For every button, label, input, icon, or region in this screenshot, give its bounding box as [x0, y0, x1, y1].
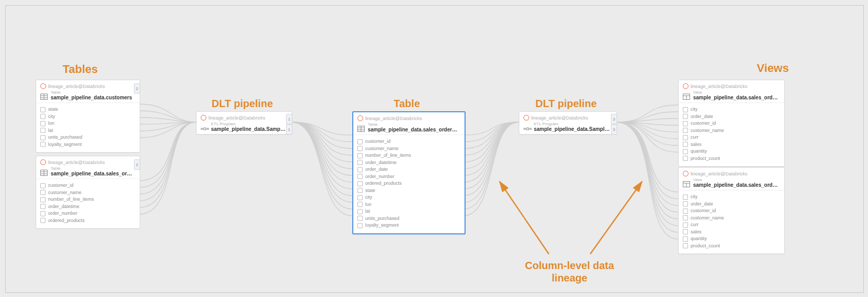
- column-icon: [683, 128, 688, 133]
- column-icon: [683, 195, 688, 200]
- column-icon: [683, 107, 688, 112]
- breadcrumb: lineage_article@Databricks: [201, 115, 288, 121]
- node-view-2[interactable]: lineage_article@Databricks View sample_p…: [678, 167, 785, 254]
- table-icon: [40, 93, 48, 99]
- table-icon: [40, 169, 48, 175]
- breadcrumb: lineage_article@Databricks: [40, 159, 136, 165]
- databricks-icon: [40, 83, 46, 89]
- node-tab[interactable]: 2: [134, 83, 140, 94]
- column-icon: [40, 218, 46, 223]
- column-icon: [357, 202, 363, 207]
- svg-point-19: [524, 128, 526, 129]
- label-dlt1: DLT pipeline: [212, 98, 273, 110]
- node-title: sample_pipeline_data.Sample_pipel...: [211, 126, 286, 132]
- column-icon: [40, 183, 46, 188]
- column-icon: [683, 135, 688, 140]
- pipeline-icon: [523, 124, 531, 130]
- column-icon: [683, 222, 688, 228]
- databricks-icon: [201, 115, 206, 121]
- column-icon: [357, 209, 363, 214]
- svg-point-20: [530, 128, 532, 129]
- column-icon: [357, 146, 363, 151]
- column-icon: [357, 181, 363, 186]
- column-icon: [683, 156, 688, 161]
- columns-list: customer_id customer_name number_of_line…: [36, 179, 140, 228]
- node-sales-orders[interactable]: 2 lineage_article@Databricks Table sampl…: [36, 156, 140, 229]
- column-icon: [357, 174, 363, 179]
- svg-rect-12: [204, 128, 206, 130]
- label-views: Views: [757, 62, 789, 75]
- column-icon: [40, 128, 46, 133]
- node-title: sample_pipeline_data.sales_order_i...: [693, 182, 779, 188]
- column-icon: [683, 142, 688, 147]
- node-title: sample_pipeline_data.Sample_pipel...: [534, 126, 610, 132]
- column-icon: [357, 216, 363, 221]
- node-customers[interactable]: 2 lineage_article@Databricks Table sampl…: [36, 80, 140, 153]
- svg-point-11: [207, 128, 209, 129]
- column-icon: [40, 135, 46, 140]
- column-icon: [40, 211, 46, 216]
- column-icon: [683, 236, 688, 242]
- column-icon: [683, 114, 688, 119]
- breadcrumb: lineage_article@Databricks: [683, 171, 780, 176]
- column-icon: [357, 223, 363, 228]
- column-icon: [40, 121, 46, 126]
- table-icon: [357, 125, 365, 131]
- node-pipeline-2[interactable]: 3 3 lineage_article@Databricks ETL Progr…: [519, 111, 617, 135]
- column-icon: [683, 215, 688, 220]
- column-icon: [357, 195, 363, 200]
- breadcrumb: lineage_article@Databricks: [357, 115, 460, 121]
- svg-line-0: [500, 182, 549, 254]
- column-icon: [40, 190, 46, 195]
- breadcrumb: lineage_article@Databricks: [523, 115, 612, 121]
- databricks-icon: [40, 159, 46, 165]
- column-icon: [683, 121, 688, 126]
- databricks-icon: [523, 115, 529, 121]
- column-icon: [357, 139, 363, 144]
- node-tab[interactable]: 1: [286, 114, 292, 124]
- node-title: sample_pipeline_data.sales_order_i...: [693, 95, 779, 100]
- svg-line-1: [590, 182, 642, 254]
- column-icon: [683, 209, 688, 214]
- databricks-icon: [683, 83, 689, 89]
- columns-list: state city lon lat units_purchased loyal…: [36, 103, 140, 152]
- label-dlt2: DLT pipeline: [535, 98, 597, 110]
- column-icon: [40, 107, 46, 112]
- column-icon: [40, 142, 46, 147]
- label-table: Table: [394, 98, 420, 110]
- pipeline-icon: [201, 124, 208, 130]
- columns-list: city order_date customer_id customer_nam…: [679, 103, 784, 166]
- column-icon: [683, 243, 688, 248]
- databricks-icon: [683, 171, 689, 176]
- breadcrumb: lineage_article@Databricks: [683, 83, 780, 89]
- column-icon: [683, 149, 688, 154]
- label-lineage: Column-level data lineage: [513, 259, 626, 284]
- node-title: sample_pipeline_data.sales_orders...: [51, 171, 133, 176]
- databricks-icon: [357, 115, 363, 121]
- columns-list: city order_date customer_id customer_nam…: [679, 190, 784, 254]
- node-center-table[interactable]: lineage_article@Databricks Table sample_…: [352, 111, 466, 234]
- column-icon: [357, 188, 363, 193]
- column-icon: [683, 229, 688, 234]
- column-icon: [357, 153, 363, 158]
- column-icon: [40, 114, 46, 119]
- node-tab[interactable]: 3: [611, 114, 617, 124]
- svg-point-10: [201, 128, 203, 129]
- view-icon: [683, 180, 690, 186]
- node-title: sample_pipeline_data.customers: [51, 95, 132, 100]
- diagram-frame: Tables DLT pipeline Table DLT pipeline V…: [5, 5, 864, 293]
- node-view-1[interactable]: lineage_article@Databricks View sample_p…: [678, 80, 785, 167]
- node-tab[interactable]: 2: [134, 159, 140, 170]
- node-pipeline-1[interactable]: 1 1 lineage_article@Databricks ETL Progr…: [196, 111, 292, 135]
- view-icon: [683, 93, 690, 99]
- column-icon: [40, 204, 46, 209]
- node-tab[interactable]: 3: [611, 124, 617, 135]
- node-title: sample_pipeline_data.sales_orders...: [368, 127, 458, 132]
- column-icon: [40, 197, 46, 202]
- column-icon: [683, 201, 688, 206]
- column-icon: [357, 160, 363, 165]
- node-tab[interactable]: 1: [286, 124, 292, 135]
- svg-rect-21: [527, 128, 529, 130]
- columns-list: customer_id customer_name number_of_line…: [353, 135, 465, 233]
- breadcrumb: lineage_article@Databricks: [40, 83, 136, 89]
